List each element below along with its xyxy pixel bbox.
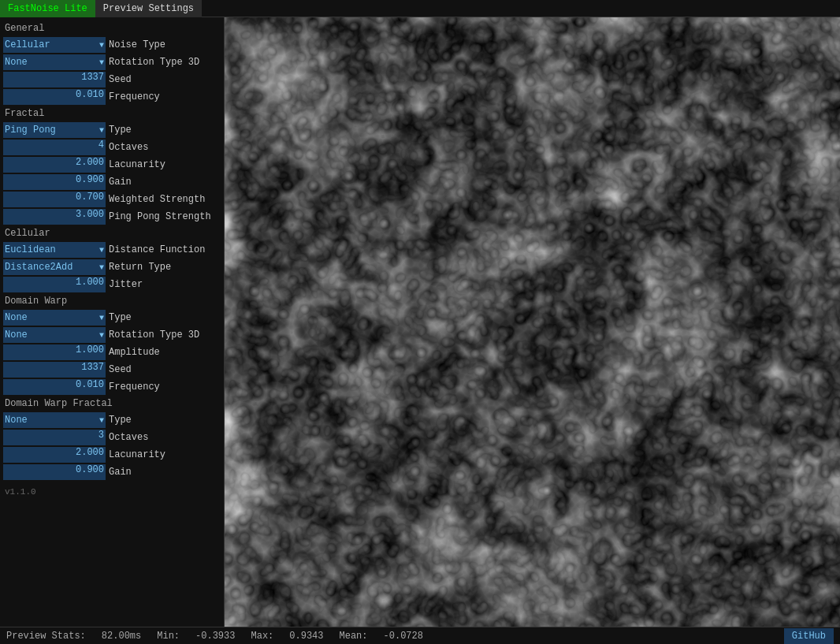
weighted-strength-label: Weighted Strength [106,194,221,205]
domain-warp-type-label: Type [106,312,221,323]
max-label: Max: [251,631,273,642]
fractal-type-select[interactable]: None FBm Ridged Ping Pong [3,122,106,138]
fractal-type-control[interactable]: None FBm Ridged Ping Pong ▼ [3,122,106,138]
domain-warp-fractal-octaves-control[interactable]: 3 [3,430,106,445]
gain-value[interactable]: 0.900 [3,174,106,190]
jitter-row: 1.000 Jitter [0,276,224,293]
noise-type-control[interactable]: Cellular Perlin OpenSimplex2 OpenSimplex… [3,37,106,53]
fractal-type-row: None FBm Ridged Ping Pong ▼ Type [0,121,224,139]
amplitude-value[interactable]: 1.000 [3,344,106,360]
domain-warp-seed-control[interactable]: 1337 [3,362,106,378]
rotation-type-3d-control[interactable]: None ImproveXYPlanes ImproveXZPlanes ▼ [3,54,106,70]
domain-warp-fractal-gain-control[interactable]: 0.900 [3,464,106,480]
return-type-control[interactable]: CellValue Distance Distance2 Distance2Ad… [3,259,106,275]
tab-fastnoise[interactable]: FastNoise Lite [0,0,95,17]
domain-warp-fractal-lacunarity-label: Lacunarity [106,449,221,460]
return-type-label: Return Type [106,262,221,273]
domain-warp-fractal-section-header: Domain Warp Fractal [0,396,224,411]
lacunarity-label: Lacunarity [106,159,221,170]
weighted-strength-value[interactable]: 0.700 [3,192,106,207]
jitter-value[interactable]: 1.000 [3,277,106,292]
rotation-type-3d-select[interactable]: None ImproveXYPlanes ImproveXZPlanes [3,54,106,70]
fractal-type-label: Type [106,125,221,136]
octaves-label: Octaves [106,142,221,153]
domain-warp-fractal-lacunarity-value[interactable]: 2.000 [3,447,106,463]
ping-pong-strength-value[interactable]: 3.000 [3,209,106,225]
distance-function-row: Euclidean EuclideanSq Manhattan Hybrid ▼… [0,241,224,259]
domain-warp-fractal-gain-value[interactable]: 0.900 [3,464,106,480]
sidebar: General Cellular Perlin OpenSimplex2 Ope… [0,17,225,627]
top-bar: FastNoise Lite Preview Settings [0,0,840,17]
noise-preview-canvas [225,17,840,627]
github-button[interactable]: GitHub [784,628,834,644]
domain-warp-frequency-value[interactable]: 0.010 [3,379,106,395]
min-value: -0.3933 [195,631,235,642]
distance-function-control[interactable]: Euclidean EuclideanSq Manhattan Hybrid ▼ [3,242,106,258]
octaves-row: 4 Octaves [0,139,224,156]
general-section-header: General [0,20,224,36]
version-label: v1.1.0 [0,481,224,503]
fractal-section-header: Fractal [0,106,224,121]
gain-control[interactable]: 0.900 [3,174,106,190]
cellular-section-header: Cellular [0,225,224,241]
domain-warp-fractal-gain-row: 0.900 Gain [0,463,224,481]
tab-preview-settings[interactable]: Preview Settings [95,0,202,17]
domain-warp-rotation-label: Rotation Type 3D [106,329,221,341]
min-label: Min: [157,631,180,642]
domain-warp-frequency-row: 0.010 Frequency [0,378,224,396]
ping-pong-strength-label: Ping Pong Strength [106,211,221,222]
mean-label: Mean: [340,631,368,642]
lacunarity-control[interactable]: 2.000 [3,157,106,173]
domain-warp-fractal-type-row: None DomainWarpProgressive DomainWarpInd… [0,411,224,429]
domain-warp-fractal-type-control[interactable]: None DomainWarpProgressive DomainWarpInd… [3,412,106,428]
domain-warp-seed-row: 1337 Seed [0,361,224,378]
jitter-label: Jitter [106,279,221,290]
domain-warp-seed-label: Seed [106,364,221,375]
domain-warp-rotation-row: None ImproveXYPlanes ImproveXZPlanes ▼ R… [0,326,224,344]
domain-warp-frequency-label: Frequency [106,382,221,393]
domain-warp-fractal-lacunarity-control[interactable]: 2.000 [3,447,106,463]
seed-control[interactable]: 1337 [3,72,106,87]
max-value: 0.9343 [289,631,323,642]
render-time: 82.00ms [102,631,141,642]
octaves-value[interactable]: 4 [3,140,106,155]
rotation-type-3d-label: Rotation Type 3D [106,57,221,68]
domain-warp-type-control[interactable]: None OpenSimplex2 OpenSimplex2Reduced Ba… [3,310,106,326]
domain-warp-type-select[interactable]: None OpenSimplex2 OpenSimplex2Reduced Ba… [3,310,106,326]
domain-warp-fractal-octaves-value[interactable]: 3 [3,430,106,445]
domain-warp-fractal-type-select[interactable]: None DomainWarpProgressive DomainWarpInd… [3,412,106,428]
domain-warp-rotation-select[interactable]: None ImproveXYPlanes ImproveXZPlanes [3,327,106,343]
domain-warp-fractal-type-label: Type [106,415,221,426]
main-content: General Cellular Perlin OpenSimplex2 Ope… [0,17,840,627]
noise-type-row: Cellular Perlin OpenSimplex2 OpenSimplex… [0,36,224,54]
frequency-control[interactable]: 0.010 [3,89,106,105]
seed-label: Seed [106,74,221,85]
noise-type-select[interactable]: Cellular Perlin OpenSimplex2 OpenSimplex… [3,37,106,53]
weighted-strength-control[interactable]: 0.700 [3,192,106,207]
domain-warp-frequency-control[interactable]: 0.010 [3,379,106,395]
lacunarity-value[interactable]: 2.000 [3,157,106,173]
amplitude-control[interactable]: 1.000 [3,344,106,360]
return-type-select[interactable]: CellValue Distance Distance2 Distance2Ad… [3,259,106,275]
gain-label: Gain [106,177,221,188]
domain-warp-rotation-control[interactable]: None ImproveXYPlanes ImproveXZPlanes ▼ [3,327,106,343]
lacunarity-row: 2.000 Lacunarity [0,156,224,173]
seed-value[interactable]: 1337 [3,72,106,87]
jitter-control[interactable]: 1.000 [3,277,106,292]
domain-warp-fractal-lacunarity-row: 2.000 Lacunarity [0,446,224,463]
frequency-row: 0.010 Frequency [0,88,224,106]
gain-row: 0.900 Gain [0,173,224,191]
return-type-row: CellValue Distance Distance2 Distance2Ad… [0,259,224,276]
status-bar: Preview Stats: 82.00ms Min: -0.3933 Max:… [0,627,840,644]
amplitude-row: 1.000 Amplitude [0,344,224,361]
frequency-value[interactable]: 0.010 [3,89,106,105]
domain-warp-seed-value[interactable]: 1337 [3,362,106,378]
mean-value: -0.0728 [384,631,423,642]
domain-warp-type-row: None OpenSimplex2 OpenSimplex2Reduced Ba… [0,309,224,326]
preview-panel [225,17,840,627]
distance-function-label: Distance Function [106,244,221,255]
octaves-control[interactable]: 4 [3,140,106,155]
domain-warp-section-header: Domain Warp [0,293,224,309]
ping-pong-strength-control[interactable]: 3.000 [3,209,106,225]
distance-function-select[interactable]: Euclidean EuclideanSq Manhattan Hybrid [3,242,106,258]
